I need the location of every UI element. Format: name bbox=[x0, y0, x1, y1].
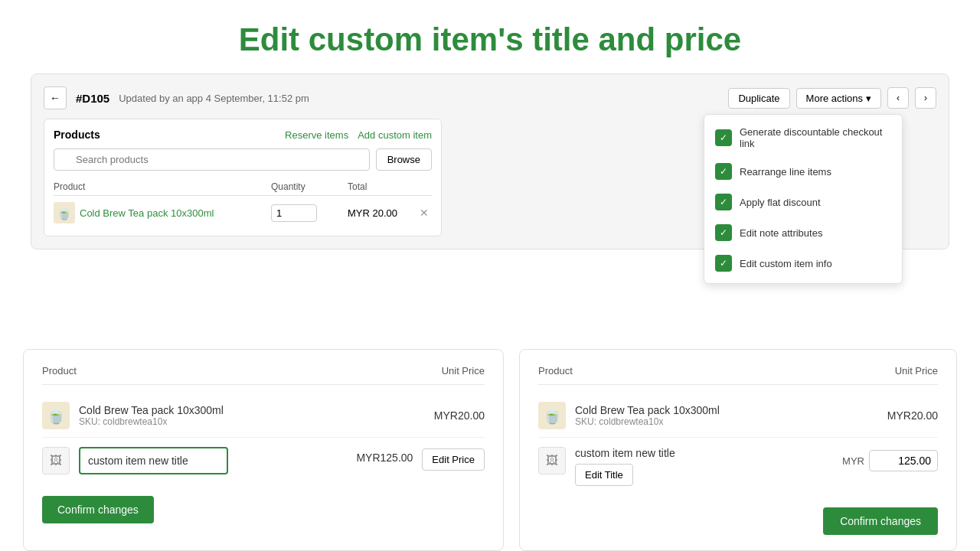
dropdown-item-rearrange[interactable]: ✓ Rearrange line items bbox=[704, 156, 902, 187]
panel-product-name: Cold Brew Tea pack 10x300ml bbox=[79, 404, 434, 416]
products-links: Reserve items Add custom item bbox=[285, 129, 432, 141]
chevron-left-icon: ‹ bbox=[897, 93, 900, 103]
order-actions: Duplicate More actions ▾ ‹ › bbox=[728, 87, 936, 109]
product-cell: 🍵 Cold Brew Tea pack 10x300ml bbox=[54, 202, 271, 223]
panel-right-product-price: MYR20.00 bbox=[887, 409, 938, 422]
products-section: Products Reserve items Add custom item 🔍… bbox=[44, 119, 442, 236]
col-total: Total bbox=[348, 181, 416, 192]
panel-right-header: Product Unit Price bbox=[538, 365, 938, 385]
product-thumbnail: 🍵 bbox=[42, 402, 70, 429]
custom-item-title-input[interactable] bbox=[79, 447, 228, 474]
chevron-down-icon: ▾ bbox=[866, 93, 871, 104]
products-section-title: Products bbox=[54, 129, 100, 141]
panel-right-product-info: Cold Brew Tea pack 10x300ml SKU: coldbre… bbox=[575, 404, 887, 427]
custom-item-thumbnail: 🖼 bbox=[42, 447, 70, 474]
remove-item-button[interactable]: ✕ bbox=[416, 207, 432, 219]
product-thumbnail: 🍵 bbox=[54, 202, 75, 223]
panel-col-product: Product bbox=[538, 365, 573, 377]
check-icon: ✓ bbox=[715, 224, 732, 241]
browse-button[interactable]: Browse bbox=[376, 148, 432, 171]
confirm-changes-button-right[interactable]: Confirm changes bbox=[823, 507, 938, 535]
panel-product-price: MYR20.00 bbox=[434, 409, 485, 422]
panel-right-product-row: 🍵 Cold Brew Tea pack 10x300ml SKU: coldb… bbox=[538, 394, 938, 438]
products-table-header: Product Quantity Total bbox=[54, 178, 432, 196]
dropdown-item-label: Rearrange line items bbox=[740, 166, 831, 178]
duplicate-button[interactable]: Duplicate bbox=[728, 88, 789, 109]
search-row: 🔍 Browse bbox=[54, 148, 432, 171]
dropdown-item-note-attributes[interactable]: ✓ Edit note attributes bbox=[704, 217, 902, 248]
right-custom-item-details: custom item new title Edit Title bbox=[575, 447, 842, 486]
col-product: Product bbox=[54, 181, 271, 192]
panel-product-info: Cold Brew Tea pack 10x300ml SKU: coldbre… bbox=[79, 404, 434, 427]
check-icon: ✓ bbox=[715, 194, 732, 210]
panel-left-header: Product Unit Price bbox=[42, 365, 485, 385]
check-icon: ✓ bbox=[715, 255, 732, 272]
price-input[interactable] bbox=[869, 450, 938, 471]
quantity-input[interactable] bbox=[271, 204, 317, 222]
search-wrapper: 🔍 bbox=[54, 148, 370, 171]
reserve-items-button[interactable]: Reserve items bbox=[285, 129, 348, 141]
bottom-panels: Product Unit Price 🍵 Cold Brew Tea pack … bbox=[0, 349, 980, 551]
table-row: 🍵 Cold Brew Tea pack 10x300ml MYR 20.00 … bbox=[54, 199, 432, 227]
page-title: Edit custom item's title and price bbox=[0, 0, 980, 73]
order-id: #D105 bbox=[76, 92, 109, 105]
price-input-group: MYR bbox=[842, 450, 938, 471]
panel-right-product-sku: SKU: coldbrewtea10x bbox=[575, 416, 887, 427]
panel-product-row: 🍵 Cold Brew Tea pack 10x300ml SKU: coldb… bbox=[42, 394, 485, 438]
image-icon: 🖼 bbox=[50, 454, 62, 468]
edit-price-panel: Product Unit Price 🍵 Cold Brew Tea pack … bbox=[519, 349, 957, 551]
custom-item-row: 🖼 MYR125.00 Edit Price bbox=[42, 438, 485, 484]
custom-item-input-wrapper bbox=[79, 447, 228, 474]
edit-title-panel: Product Unit Price 🍵 Cold Brew Tea pack … bbox=[23, 349, 504, 551]
dropdown-item-flat-discount[interactable]: ✓ Apply flat discount bbox=[704, 187, 902, 217]
back-button[interactable]: ← bbox=[44, 86, 67, 109]
more-actions-button[interactable]: More actions ▾ bbox=[796, 88, 881, 109]
edit-title-button[interactable]: Edit Title bbox=[575, 464, 633, 486]
next-order-button[interactable]: › bbox=[915, 87, 936, 109]
check-icon: ✓ bbox=[715, 129, 732, 146]
right-custom-item-name: custom item new title bbox=[575, 447, 842, 459]
panel-col-product: Product bbox=[42, 365, 77, 377]
panel-right-product-name: Cold Brew Tea pack 10x300ml bbox=[575, 404, 887, 416]
more-actions-dropdown: ✓ Generate discountable checkout link ✓ … bbox=[704, 114, 903, 284]
confirm-changes-button-left[interactable]: Confirm changes bbox=[42, 496, 154, 523]
check-icon: ✓ bbox=[715, 163, 732, 180]
search-input[interactable] bbox=[54, 148, 370, 171]
custom-item-price: MYR125.00 bbox=[356, 447, 413, 464]
order-meta: Updated by an app 4 September, 11:52 pm bbox=[119, 93, 309, 104]
quantity-cell bbox=[271, 204, 348, 222]
add-custom-item-button[interactable]: Add custom item bbox=[358, 129, 432, 141]
product-thumbnail: 🍵 bbox=[538, 402, 566, 429]
dropdown-item-custom-info[interactable]: ✓ Edit custom item info bbox=[704, 248, 902, 279]
panel-col-unit-price: Unit Price bbox=[895, 365, 938, 377]
prev-order-button[interactable]: ‹ bbox=[887, 87, 909, 109]
panel-product-sku: SKU: coldbrewtea10x bbox=[79, 416, 434, 427]
dropdown-item-label: Edit note attributes bbox=[740, 227, 822, 239]
currency-label: MYR bbox=[842, 455, 864, 467]
chevron-right-icon: › bbox=[924, 93, 927, 103]
right-custom-thumbnail: 🖼 bbox=[538, 447, 566, 474]
price-cell: MYR 20.00 bbox=[348, 207, 416, 219]
product-link[interactable]: Cold Brew Tea pack 10x300ml bbox=[80, 207, 214, 219]
order-card: ← #D105 Updated by an app 4 September, 1… bbox=[31, 73, 949, 249]
col-quantity: Quantity bbox=[271, 181, 348, 192]
products-header: Products Reserve items Add custom item bbox=[54, 129, 432, 141]
right-custom-item-row: 🖼 custom item new title Edit Title MYR bbox=[538, 438, 938, 495]
dropdown-item-generate-link[interactable]: ✓ Generate discountable checkout link bbox=[704, 119, 902, 156]
panel-col-unit-price: Unit Price bbox=[442, 365, 485, 377]
back-arrow-icon: ← bbox=[50, 92, 60, 104]
edit-price-button[interactable]: Edit Price bbox=[422, 448, 485, 471]
dropdown-item-label: Apply flat discount bbox=[740, 197, 821, 208]
image-icon: 🖼 bbox=[546, 454, 558, 468]
order-header: ← #D105 Updated by an app 4 September, 1… bbox=[44, 86, 936, 109]
dropdown-item-label: Generate discountable checkout link bbox=[740, 126, 891, 149]
dropdown-item-label: Edit custom item info bbox=[740, 258, 832, 269]
